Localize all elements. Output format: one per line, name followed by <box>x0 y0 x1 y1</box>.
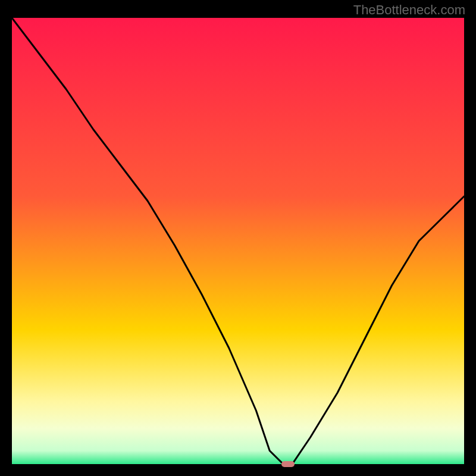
watermark-text: TheBottleneck.com <box>353 2 465 18</box>
chart-svg <box>12 18 464 464</box>
svg-rect-0 <box>12 18 464 464</box>
marker-pill <box>281 461 295 467</box>
chart-plot-area <box>12 18 464 464</box>
